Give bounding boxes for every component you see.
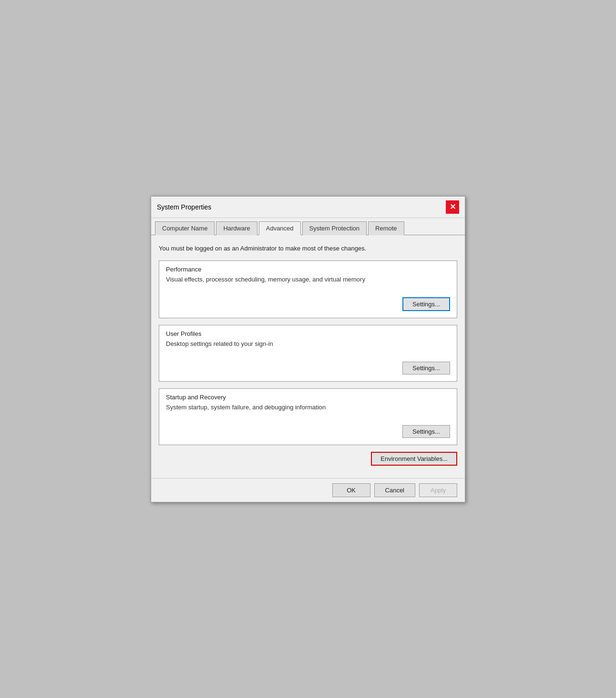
tab-remote[interactable]: Remote [368,221,404,235]
tab-system-protection[interactable]: System Protection [302,221,367,235]
startup-recovery-section: Startup and Recovery System startup, sys… [159,388,457,445]
apply-button[interactable]: Apply [419,483,457,497]
footer: OK Cancel Apply [151,478,465,502]
performance-description: Visual effects, processor scheduling, me… [166,276,450,283]
system-properties-dialog: System Properties ✕ Computer Name Hardwa… [151,196,465,502]
performance-btn-row: Settings... [166,297,450,311]
title-bar: System Properties ✕ [151,197,465,218]
user-profiles-description: Desktop settings related to your sign-in [166,340,450,347]
startup-recovery-description: System startup, system failure, and debu… [166,404,450,411]
performance-section: Performance Visual effects, processor sc… [159,260,457,318]
dialog-title: System Properties [157,203,211,211]
tab-bar: Computer Name Hardware Advanced System P… [151,218,465,235]
performance-label: Performance [166,266,450,273]
tab-computer-name[interactable]: Computer Name [155,221,215,235]
tab-advanced[interactable]: Advanced [259,221,301,235]
performance-settings-button[interactable]: Settings... [402,297,450,311]
user-profiles-btn-row: Settings... [166,362,450,375]
close-button[interactable]: ✕ [446,200,459,214]
user-profiles-section: User Profiles Desktop settings related t… [159,325,457,382]
user-profiles-settings-button[interactable]: Settings... [402,362,450,375]
env-btn-row: Environment Variables... [159,452,457,466]
startup-recovery-label: Startup and Recovery [166,394,450,401]
environment-variables-button[interactable]: Environment Variables... [371,452,457,466]
tab-hardware[interactable]: Hardware [216,221,257,235]
user-profiles-label: User Profiles [166,330,450,337]
startup-recovery-btn-row: Settings... [166,425,450,438]
content-area: You must be logged on as an Administrato… [151,235,465,478]
cancel-button[interactable]: Cancel [374,483,415,497]
ok-button[interactable]: OK [332,483,370,497]
admin-notice: You must be logged on as an Administrato… [159,243,457,254]
startup-recovery-settings-button[interactable]: Settings... [402,425,450,438]
